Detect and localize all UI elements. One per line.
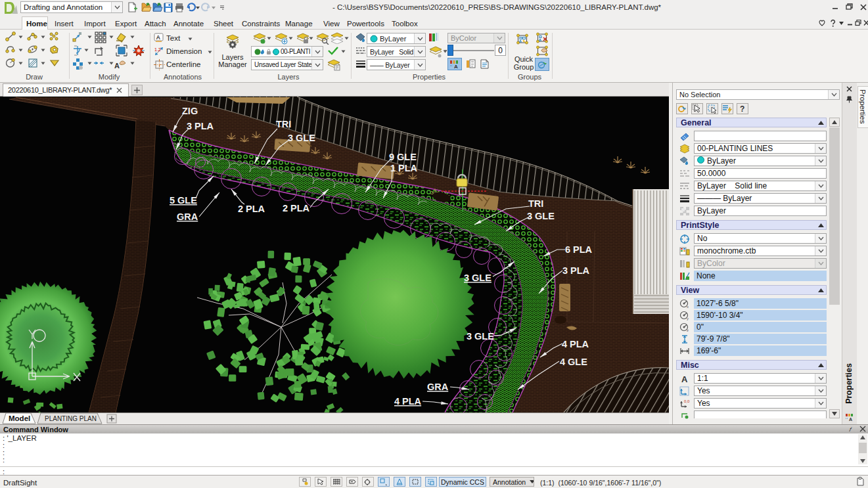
svg-text:3 PLA: 3 PLA — [187, 121, 214, 131]
svg-text:GRA: GRA — [427, 382, 449, 392]
svg-text:0,0: 0,0 — [684, 399, 690, 403]
svg-text:x: x — [687, 305, 689, 309]
svg-text:2 PLA: 2 PLA — [283, 203, 310, 213]
svg-text:TRI: TRI — [276, 119, 291, 129]
svg-text:9 GLE: 9 GLE — [389, 152, 417, 162]
svg-text:A: A — [849, 417, 852, 422]
svg-text:Model: Model — [9, 414, 30, 422]
svg-text:1.2: 1.2 — [154, 47, 161, 52]
svg-text:A: A — [156, 34, 161, 41]
svg-text:3 PLA: 3 PLA — [562, 265, 590, 276]
svg-text:𝑓: 𝑓 — [849, 426, 852, 432]
svg-text:TRI: TRI — [528, 198, 543, 209]
svg-text:4 GLE: 4 GLE — [560, 357, 587, 367]
svg-text:3 GLE: 3 GLE — [527, 211, 555, 221]
svg-text:1 PLA: 1 PLA — [390, 163, 418, 173]
svg-text:3 GLE: 3 GLE — [464, 273, 491, 283]
svg-text:4 PLA: 4 PLA — [394, 396, 422, 407]
svg-text:4 PLA: 4 PLA — [562, 339, 589, 349]
svg-text:2 PLA: 2 PLA — [238, 204, 265, 214]
svg-text:PLANTING PLAN: PLANTING PLAN — [45, 415, 97, 422]
svg-text:ZIG: ZIG — [182, 106, 198, 116]
svg-text:y: y — [687, 317, 689, 321]
svg-text:3 GLE: 3 GLE — [467, 331, 494, 342]
svg-text:?: ? — [740, 104, 744, 114]
svg-text:GRA: GRA — [177, 211, 198, 222]
svg-text:A: A — [114, 62, 120, 70]
svg-text:5 GLE: 5 GLE — [170, 195, 197, 206]
svg-text:A: A — [454, 64, 458, 69]
svg-text:z: z — [687, 328, 689, 332]
svg-text:A: A — [681, 374, 688, 384]
svg-text:3 GLE: 3 GLE — [288, 133, 315, 143]
svg-text:6 PLA: 6 PLA — [565, 244, 593, 255]
